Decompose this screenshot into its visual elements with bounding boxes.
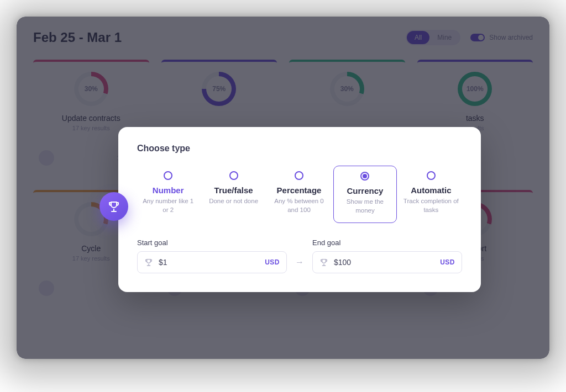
start-goal-value: $1 (159, 258, 259, 267)
trophy-icon (107, 200, 120, 213)
end-goal-input[interactable]: $100 USD (312, 251, 462, 273)
radio-icon (229, 171, 238, 180)
trophy-fab[interactable] (99, 192, 128, 221)
start-goal-col: Start goal $1 USD (137, 239, 287, 273)
end-goal-label: End goal (312, 239, 462, 247)
app-window: Feb 25 - Mar 1 All Mine Show archived 30… (17, 17, 549, 359)
radio-icon (164, 171, 172, 180)
type-options: Number Any number like 1 or 2 True/false… (137, 166, 462, 223)
choose-type-modal: Choose type Number Any number like 1 or … (118, 127, 481, 292)
end-goal-col: End goal $100 USD (312, 239, 462, 273)
radio-icon (360, 172, 369, 181)
type-option-automatic[interactable]: Automatic Track completion of tasks (400, 166, 462, 223)
goal-inputs: Start goal $1 USD → End goal (137, 239, 462, 273)
start-goal-input[interactable]: $1 USD (137, 251, 287, 273)
radio-icon (295, 171, 303, 180)
type-option-number[interactable]: Number Any number like 1 or 2 (137, 166, 199, 223)
type-option-percentage[interactable]: Percentage Any % between 0 and 100 (268, 166, 330, 223)
type-option-truefalse[interactable]: True/false Done or not done (202, 166, 264, 223)
end-goal-value: $100 (334, 258, 434, 267)
trophy-icon (144, 258, 153, 267)
arrow-icon: → (295, 251, 305, 273)
currency-label[interactable]: USD (265, 258, 280, 266)
start-goal-label: Start goal (137, 239, 287, 247)
radio-icon (427, 171, 436, 180)
type-option-currency[interactable]: Currency Show me the money (333, 166, 396, 223)
trophy-icon (319, 258, 328, 267)
currency-label[interactable]: USD (440, 258, 455, 266)
modal-title: Choose type (137, 144, 462, 153)
